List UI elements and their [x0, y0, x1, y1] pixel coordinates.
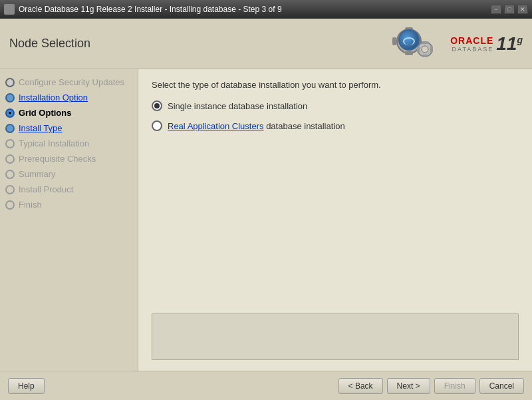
- svg-rect-9: [422, 55, 428, 57]
- sidebar-item-install-product: Install Product: [0, 182, 138, 197]
- step-indicator-installation-option: [5, 93, 15, 102]
- sidebar-item-finish: Finish: [0, 197, 138, 212]
- oracle-brand: ORACLE: [450, 35, 493, 46]
- next-button[interactable]: Next >: [387, 378, 430, 394]
- sidebar-item-prerequisite-checks: Prerequisite Checks: [0, 151, 138, 166]
- footer-right: < Back Next > Finish Cancel: [338, 378, 524, 394]
- svg-rect-3: [405, 51, 413, 55]
- gears-graphic: [390, 25, 444, 62]
- page-title: Node Selection: [9, 37, 90, 51]
- sidebar-item-typical-installation: Typical Installation: [0, 136, 138, 151]
- db-icon: [398, 29, 420, 51]
- main-window: Node Selection: [0, 19, 532, 400]
- sidebar-label-configure-security: Configure Security Updates: [19, 77, 124, 87]
- step-indicator-summary: [5, 170, 15, 179]
- titlebar: Oracle Database 11g Release 2 Installer …: [0, 0, 532, 19]
- rac-label: Real Application Clusters database insta…: [168, 121, 345, 131]
- sidebar-label-install-type[interactable]: Install Type: [19, 123, 63, 133]
- db-cylinder-top: [403, 37, 415, 45]
- minimize-button[interactable]: −: [491, 5, 501, 14]
- oracle-db-label: DATABASE: [452, 46, 494, 53]
- titlebar-controls[interactable]: − □ ✕: [491, 5, 528, 14]
- single-instance-option[interactable]: Single instance database installation: [152, 100, 519, 111]
- rac-option[interactable]: Real Application Clusters database insta…: [152, 120, 519, 131]
- info-box: [152, 313, 519, 360]
- sidebar: Configure Security Updates Installation …: [0, 69, 138, 371]
- svg-rect-11: [430, 46, 433, 53]
- oracle-logo-text: ORACLE DATABASE: [450, 35, 493, 53]
- single-instance-radio[interactable]: [152, 100, 162, 111]
- help-button[interactable]: Help: [8, 378, 45, 394]
- window-title: Oracle Database 11g Release 2 Installer …: [19, 5, 282, 14]
- cancel-button[interactable]: Cancel: [479, 378, 524, 394]
- svg-rect-10: [417, 46, 420, 53]
- footer-left: Help: [8, 378, 45, 394]
- back-button[interactable]: < Back: [338, 378, 383, 394]
- sidebar-label-finish: Finish: [19, 200, 42, 210]
- app-icon: [4, 4, 15, 15]
- sidebar-label-summary: Summary: [19, 169, 56, 179]
- sidebar-item-summary: Summary: [0, 166, 138, 182]
- step-indicator-install-type: [5, 124, 15, 133]
- sidebar-item-configure-security[interactable]: Configure Security Updates: [0, 75, 138, 90]
- svg-rect-4: [392, 37, 396, 45]
- oracle-version: 11g: [496, 33, 523, 55]
- step-indicator-prerequisite-checks: [5, 154, 15, 164]
- close-button[interactable]: ✕: [517, 5, 528, 14]
- single-instance-label: Single instance database installation: [168, 101, 307, 111]
- sidebar-label-installation-option[interactable]: Installation Option: [19, 93, 88, 102]
- finish-button[interactable]: Finish: [434, 378, 475, 394]
- content-area: Configure Security Updates Installation …: [0, 69, 532, 371]
- sidebar-item-grid-options[interactable]: ● Grid Options: [0, 105, 138, 120]
- step-indicator-configure-security: [5, 78, 15, 87]
- svg-rect-8: [422, 41, 428, 44]
- instruction-text: Select the type of database installation…: [152, 80, 519, 90]
- footer: Help < Back Next > Finish Cancel: [0, 371, 532, 400]
- sidebar-label-prerequisite-checks: Prerequisite Checks: [19, 154, 96, 164]
- titlebar-left: Oracle Database 11g Release 2 Installer …: [4, 4, 282, 15]
- rac-radio[interactable]: [152, 120, 162, 131]
- step-indicator-typical-installation: [5, 139, 15, 148]
- maximize-button[interactable]: □: [504, 5, 515, 14]
- header: Node Selection: [0, 19, 532, 69]
- step-indicator-install-product: [5, 185, 15, 194]
- sidebar-item-installation-option[interactable]: Installation Option: [0, 90, 138, 105]
- sidebar-label-install-product: Install Product: [19, 184, 73, 194]
- sidebar-label-typical-installation: Typical Installation: [19, 138, 89, 148]
- oracle-logo: ORACLE DATABASE 11g: [390, 25, 523, 62]
- main-panel: Select the type of database installation…: [138, 69, 532, 371]
- step-indicator-grid-options: ●: [5, 108, 15, 118]
- svg-point-7: [422, 46, 428, 53]
- step-indicator-finish: [5, 200, 15, 210]
- sidebar-label-grid-options: Grid Options: [19, 108, 71, 118]
- sidebar-item-install-type[interactable]: Install Type: [0, 120, 138, 136]
- installation-type-options: Single instance database installation Re…: [152, 100, 519, 131]
